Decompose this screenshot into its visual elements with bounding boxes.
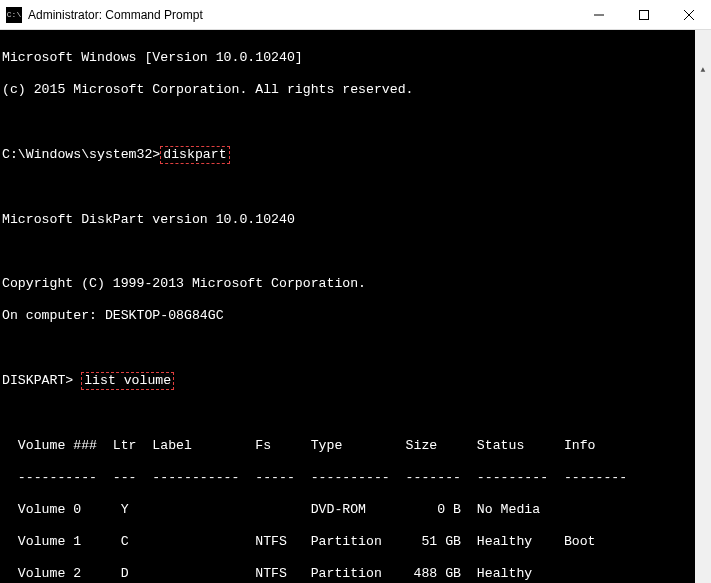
table-row: Volume 1 C NTFS Partition 51 GB Healthy … [2, 534, 709, 550]
blank-line [2, 114, 709, 130]
output-line: Copyright (C) 1999-2013 Microsoft Corpor… [2, 276, 709, 292]
highlighted-command: list volume [81, 372, 174, 390]
maximize-icon [639, 10, 649, 20]
blank-line [2, 340, 709, 356]
terminal-output[interactable]: Microsoft Windows [Version 10.0.10240] (… [0, 30, 711, 583]
output-line: (c) 2015 Microsoft Corporation. All righ… [2, 82, 709, 98]
table-row: Volume 2 D NTFS Partition 488 GB Healthy [2, 566, 709, 582]
table-header: Volume ### Ltr Label Fs Type Size Status… [2, 438, 709, 454]
prompt-line: C:\Windows\system32>diskpart [2, 146, 709, 164]
prompt-text: DISKPART> [2, 373, 81, 388]
prompt-line: DISKPART> list volume [2, 372, 709, 390]
table-divider: ---------- --- ----------- ----- -------… [2, 470, 709, 486]
svg-rect-1 [639, 10, 648, 19]
close-icon [684, 10, 694, 20]
output-line: Microsoft DiskPart version 10.0.10240 [2, 212, 709, 228]
output-line: Microsoft Windows [Version 10.0.10240] [2, 50, 709, 66]
minimize-icon [594, 10, 604, 20]
window-controls [576, 0, 711, 30]
window-title: Administrator: Command Prompt [28, 8, 576, 22]
blank-line [2, 180, 709, 196]
window-titlebar: C:\ Administrator: Command Prompt [0, 0, 711, 30]
app-icon: C:\ [6, 7, 22, 23]
maximize-button[interactable] [621, 0, 666, 30]
blank-line [2, 244, 709, 260]
scroll-up-icon[interactable]: ▲ [695, 62, 711, 78]
table-row: Volume 0 Y DVD-ROM 0 B No Media [2, 502, 709, 518]
highlighted-command: diskpart [160, 146, 229, 164]
prompt-text: C:\Windows\system32> [2, 147, 160, 162]
output-line: On computer: DESKTOP-08G84GC [2, 308, 709, 324]
blank-line [2, 406, 709, 422]
vertical-scrollbar[interactable]: ▲ [695, 30, 711, 583]
close-button[interactable] [666, 0, 711, 30]
minimize-button[interactable] [576, 0, 621, 30]
